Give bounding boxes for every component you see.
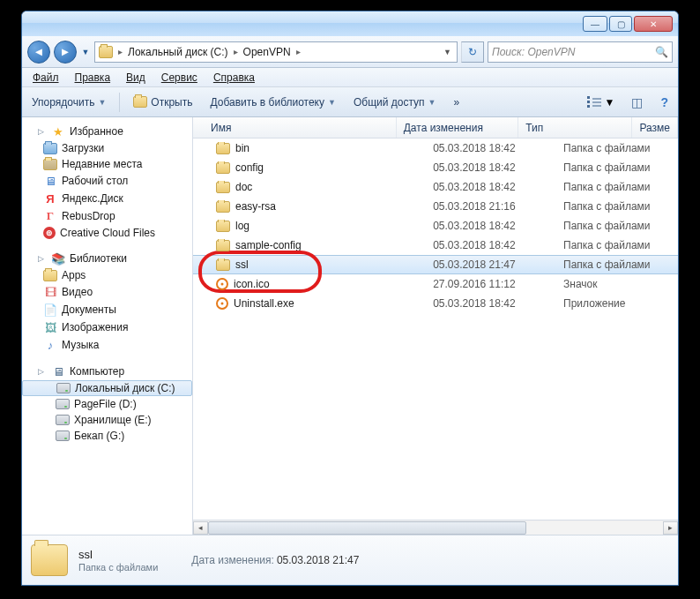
tree-drive-g[interactable]: Бекап (G:) xyxy=(22,428,192,444)
details-type: Папка с файлами xyxy=(78,562,158,573)
menu-file[interactable]: Файл xyxy=(26,70,66,86)
folder-icon xyxy=(216,143,230,154)
tree-item-recent[interactable]: Недавние места xyxy=(22,156,192,172)
folder-open-icon xyxy=(133,96,147,108)
tree-item-rebus[interactable]: ΓRebusDrop xyxy=(22,207,192,225)
file-row[interactable]: config05.03.2018 18:42Папка с файлами xyxy=(193,158,678,177)
view-icon xyxy=(587,96,590,108)
share-button[interactable]: Общий доступ▼ xyxy=(349,94,441,111)
folder-icon xyxy=(216,182,230,193)
column-size[interactable]: Разме xyxy=(632,117,678,138)
file-type: Папка с файлами xyxy=(556,258,678,271)
tree-item-cc[interactable]: ⊚Creative Cloud Files xyxy=(22,225,192,241)
titlebar: — ▢ ✕ xyxy=(22,11,678,36)
folder-icon xyxy=(216,259,230,271)
document-icon: 📄 xyxy=(43,303,57,317)
folder-icon xyxy=(31,544,68,576)
maximize-button[interactable]: ▢ xyxy=(609,16,632,32)
tree-item-images[interactable]: 🖼Изображения xyxy=(22,318,192,336)
file-row[interactable]: Uninstall.exe05.03.2018 18:42Приложение xyxy=(193,294,678,313)
preview-pane-button[interactable]: ◫ xyxy=(627,93,647,112)
folder-icon xyxy=(43,270,57,281)
file-type: Значок xyxy=(556,278,678,290)
folder-icon xyxy=(216,201,230,213)
file-name: config xyxy=(235,161,264,174)
yandex-icon: Я xyxy=(43,191,57,206)
file-name: ssl xyxy=(235,258,249,271)
breadcrumb[interactable]: OpenVPN xyxy=(243,46,291,58)
file-date: 05.03.2018 18:42 xyxy=(426,297,556,310)
navigation-tree[interactable]: ▷★Избранное Загрузки Недавние места 🖥Раб… xyxy=(22,117,193,535)
search-input[interactable]: Поиск: OpenVPN 🔍 xyxy=(488,41,673,63)
file-row[interactable]: easy-rsa05.03.2018 21:16Папка с файлами xyxy=(193,197,678,216)
file-row[interactable]: bin05.03.2018 18:42Папка с файлами xyxy=(193,139,678,158)
creative-cloud-icon: ⊚ xyxy=(43,227,56,239)
file-type: Папка с файлами xyxy=(556,161,678,174)
menu-tools[interactable]: Сервис xyxy=(154,70,205,86)
menu-help[interactable]: Справка xyxy=(206,70,262,86)
tree-item-video[interactable]: 🎞Видео xyxy=(22,283,192,301)
file-list[interactable]: bin05.03.2018 18:42Папка с файламиconfig… xyxy=(193,139,678,520)
file-row[interactable]: icon.ico27.09.2016 11:12Значок xyxy=(193,274,678,294)
file-row[interactable]: doc05.03.2018 18:42Папка с файлами xyxy=(193,177,678,197)
forward-button[interactable]: ► xyxy=(54,41,77,64)
file-type: Папка с файлами xyxy=(556,220,678,232)
drive-icon xyxy=(99,46,113,58)
separator xyxy=(119,93,120,112)
file-row[interactable]: log05.03.2018 18:42Папка с файлами xyxy=(193,216,678,236)
column-date[interactable]: Дата изменения xyxy=(397,117,518,138)
more-button[interactable]: » xyxy=(449,94,464,111)
drive-icon xyxy=(56,399,70,409)
back-button[interactable]: ◄ xyxy=(27,41,50,64)
scroll-track[interactable] xyxy=(208,521,663,535)
folder-icon xyxy=(216,221,230,232)
tree-drive-c[interactable]: Локальный диск (C:) xyxy=(22,380,192,396)
scroll-thumb[interactable] xyxy=(208,521,526,535)
file-row[interactable]: sample-config05.03.2018 18:42Папка с фай… xyxy=(193,236,678,255)
file-date: 05.03.2018 18:42 xyxy=(426,181,556,193)
minimize-button[interactable]: — xyxy=(583,16,607,32)
close-button[interactable]: ✕ xyxy=(634,16,673,32)
tree-item-apps[interactable]: Apps xyxy=(22,267,192,283)
file-row[interactable]: ssl05.03.2018 21:47Папка с файлами xyxy=(193,255,678,274)
file-name: doc xyxy=(235,181,252,193)
drive-icon xyxy=(56,431,70,441)
breadcrumb[interactable]: Локальный диск (C:) xyxy=(128,46,228,58)
view-options-button[interactable]: ▼ xyxy=(584,94,619,110)
openvpn-icon xyxy=(216,297,228,310)
tree-drive-d[interactable]: PageFile (D:) xyxy=(22,396,192,412)
tree-item-music[interactable]: ♪Музыка xyxy=(22,336,192,354)
scroll-right-button[interactable]: ▸ xyxy=(663,521,678,535)
tree-libraries[interactable]: ▷📚Библиотеки xyxy=(22,250,192,267)
navigation-bar: ◄ ► ▼ ▸ Локальный диск (C:) ▸ OpenVPN ▸ … xyxy=(22,36,678,68)
search-placeholder: Поиск: OpenVPN xyxy=(492,46,575,58)
tree-item-docs[interactable]: 📄Документы xyxy=(22,301,192,318)
tree-item-downloads[interactable]: Загрузки xyxy=(22,140,192,156)
address-dropdown[interactable]: ▼ xyxy=(443,48,453,56)
tree-item-yandex[interactable]: ЯЯндекс.Диск xyxy=(22,190,192,207)
menu-view[interactable]: Вид xyxy=(119,70,153,86)
file-name: easy-rsa xyxy=(235,200,276,213)
open-button[interactable]: Открыть xyxy=(129,94,197,111)
scroll-left-button[interactable]: ◂ xyxy=(193,521,208,535)
tree-computer[interactable]: ▷🖥Компьютер xyxy=(22,363,192,380)
star-icon: ★ xyxy=(51,124,65,139)
file-date: 05.03.2018 18:42 xyxy=(426,220,556,232)
add-library-button[interactable]: Добавить в библиотеку▼ xyxy=(205,94,339,111)
address-bar[interactable]: ▸ Локальный диск (C:) ▸ OpenVPN ▸ ▼ xyxy=(94,41,458,63)
column-type[interactable]: Тип xyxy=(518,117,632,138)
tree-item-desktop[interactable]: 🖥Рабочий стол xyxy=(22,172,192,190)
openvpn-icon xyxy=(216,278,228,290)
tree-drive-e[interactable]: Хранилище (E:) xyxy=(22,412,192,428)
tree-favorites[interactable]: ▷★Избранное xyxy=(22,123,192,140)
computer-icon: 🖥 xyxy=(51,364,65,378)
refresh-button[interactable]: ↻ xyxy=(461,41,484,63)
history-dropdown[interactable]: ▼ xyxy=(80,41,91,64)
organize-button[interactable]: Упорядочить▼ xyxy=(27,94,110,111)
help-button[interactable]: ? xyxy=(656,93,673,112)
chevron-right-icon: ▸ xyxy=(116,47,124,56)
horizontal-scrollbar[interactable]: ◂ ▸ xyxy=(193,520,678,535)
menu-edit[interactable]: Правка xyxy=(68,70,118,86)
content-area: ▷★Избранное Загрузки Недавние места 🖥Раб… xyxy=(22,117,678,535)
column-name[interactable]: Имя xyxy=(193,117,397,138)
